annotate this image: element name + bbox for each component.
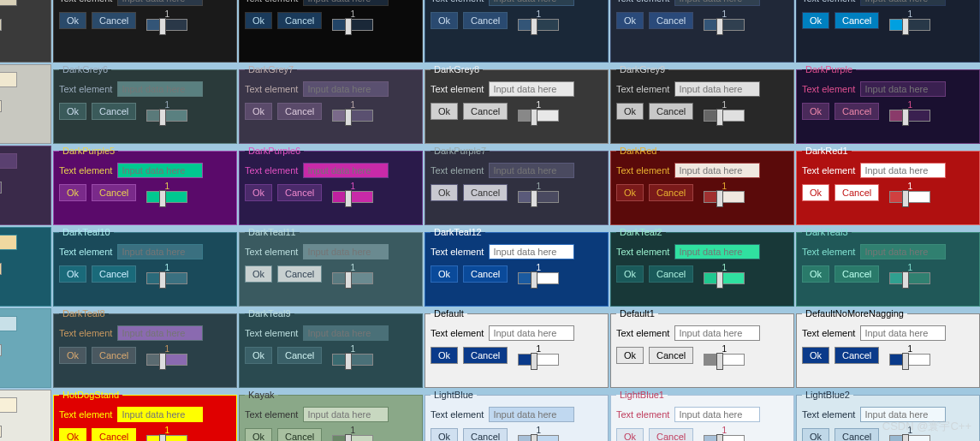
cancel-button[interactable]: Cancel [92, 265, 136, 283]
data-input[interactable] [489, 407, 574, 422]
ok-button[interactable]: Ok [616, 428, 644, 442]
cancel-button[interactable]: Cancel [92, 184, 136, 201]
slider[interactable] [332, 272, 373, 284]
ok-button[interactable]: Ok [802, 347, 829, 364]
cancel-button[interactable]: Cancel [834, 184, 879, 201]
data-input[interactable] [860, 244, 946, 259]
data-input[interactable] [303, 163, 389, 178]
slider[interactable] [146, 435, 187, 441]
slider[interactable] [146, 110, 187, 122]
slider[interactable] [332, 19, 373, 31]
data-input[interactable] [860, 0, 946, 6]
slider[interactable] [889, 110, 930, 122]
slider[interactable] [889, 19, 930, 31]
slider[interactable] [0, 182, 2, 194]
slider[interactable] [518, 110, 559, 122]
slider[interactable] [146, 19, 187, 31]
slider[interactable] [518, 19, 559, 31]
data-input[interactable] [489, 325, 574, 341]
data-input[interactable] [303, 81, 389, 97]
ok-button[interactable]: Ok [802, 184, 829, 201]
ok-button[interactable]: Ok [59, 103, 86, 120]
ok-button[interactable]: Ok [245, 12, 272, 29]
data-input[interactable] [117, 325, 203, 341]
slider[interactable] [704, 191, 745, 203]
data-input[interactable] [0, 235, 17, 250]
data-input[interactable] [0, 316, 17, 331]
data-input[interactable] [0, 0, 17, 6]
data-input[interactable] [860, 325, 946, 341]
cancel-button[interactable]: Cancel [834, 347, 879, 364]
cancel-button[interactable]: Cancel [649, 184, 693, 201]
slider[interactable] [518, 354, 559, 366]
ok-button[interactable]: Ok [802, 428, 829, 442]
data-input[interactable] [117, 0, 203, 6]
ok-button[interactable]: Ok [802, 265, 829, 283]
cancel-button[interactable]: Cancel [277, 103, 322, 120]
ok-button[interactable]: Ok [59, 265, 86, 283]
slider[interactable] [704, 435, 745, 441]
slider[interactable] [146, 272, 187, 284]
ok-button[interactable]: Ok [431, 265, 458, 283]
ok-button[interactable]: Ok [59, 12, 86, 29]
slider[interactable] [889, 354, 930, 366]
data-input[interactable] [303, 0, 389, 6]
cancel-button[interactable]: Cancel [92, 428, 136, 442]
data-input[interactable] [860, 163, 946, 178]
ok-button[interactable]: Ok [59, 428, 86, 442]
slider[interactable] [332, 191, 373, 203]
slider[interactable] [0, 263, 2, 275]
data-input[interactable] [674, 0, 760, 6]
data-input[interactable] [860, 81, 946, 97]
cancel-button[interactable]: Cancel [277, 347, 322, 364]
data-input[interactable] [489, 244, 574, 259]
data-input[interactable] [117, 244, 203, 259]
data-input[interactable] [674, 163, 760, 178]
data-input[interactable] [674, 407, 760, 422]
ok-button[interactable]: Ok [802, 12, 829, 29]
slider[interactable] [518, 191, 559, 203]
data-input[interactable] [489, 163, 574, 178]
data-input[interactable] [303, 244, 389, 259]
cancel-button[interactable]: Cancel [92, 347, 136, 364]
ok-button[interactable]: Ok [59, 347, 86, 364]
cancel-button[interactable]: Cancel [277, 184, 322, 201]
cancel-button[interactable]: Cancel [834, 103, 879, 120]
data-input[interactable] [303, 407, 389, 422]
data-input[interactable] [489, 81, 574, 97]
slider[interactable] [332, 354, 373, 366]
slider[interactable] [704, 19, 745, 31]
data-input[interactable] [489, 0, 574, 6]
cancel-button[interactable]: Cancel [463, 12, 508, 29]
slider[interactable] [332, 110, 373, 122]
slider[interactable] [0, 344, 2, 356]
cancel-button[interactable]: Cancel [834, 265, 879, 283]
ok-button[interactable]: Ok [245, 347, 272, 364]
slider[interactable] [332, 435, 373, 441]
data-input[interactable] [674, 244, 760, 259]
cancel-button[interactable]: Cancel [277, 265, 322, 283]
data-input[interactable] [117, 407, 203, 422]
cancel-button[interactable]: Cancel [649, 12, 693, 29]
ok-button[interactable]: Ok [245, 103, 272, 120]
data-input[interactable] [860, 407, 946, 422]
ok-button[interactable]: Ok [616, 265, 644, 283]
slider[interactable] [0, 100, 2, 112]
slider[interactable] [889, 272, 930, 284]
slider[interactable] [146, 191, 187, 203]
ok-button[interactable]: Ok [431, 428, 458, 442]
ok-button[interactable]: Ok [431, 12, 458, 29]
cancel-button[interactable]: Cancel [463, 265, 508, 283]
ok-button[interactable]: Ok [616, 347, 644, 364]
ok-button[interactable]: Ok [245, 184, 272, 201]
slider[interactable] [889, 435, 930, 441]
data-input[interactable] [674, 325, 760, 341]
cancel-button[interactable]: Cancel [649, 265, 693, 283]
ok-button[interactable]: Ok [431, 103, 458, 120]
slider[interactable] [0, 19, 2, 31]
slider[interactable] [0, 426, 2, 438]
data-input[interactable] [674, 81, 760, 97]
data-input[interactable] [0, 72, 17, 87]
ok-button[interactable]: Ok [59, 184, 86, 201]
cancel-button[interactable]: Cancel [834, 12, 879, 29]
